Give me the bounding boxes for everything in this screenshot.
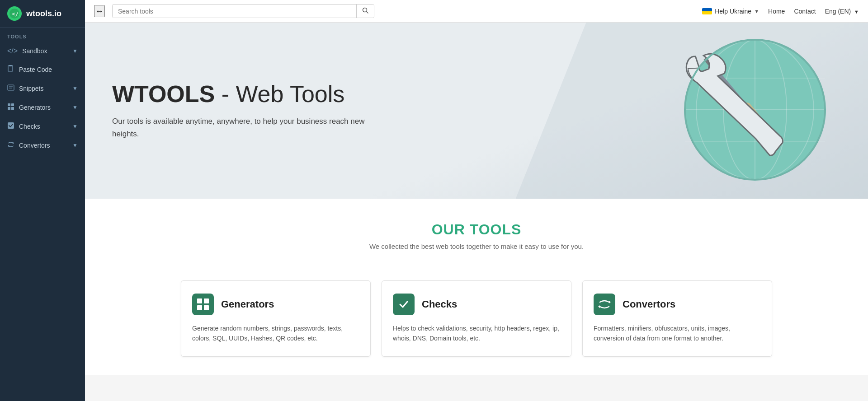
- contact-link[interactable]: Contact: [794, 8, 816, 15]
- sidebar-item-label: Sandbox: [22, 47, 47, 55]
- chevron-down-icon: ▼: [72, 104, 78, 111]
- svg-rect-27: [197, 298, 202, 303]
- svg-marker-32: [609, 301, 611, 303]
- sidebar-item-label: Checks: [19, 123, 40, 130]
- generators-card[interactable]: Generators Generate random numbers, stri…: [181, 280, 371, 357]
- search-form: [112, 4, 374, 18]
- convertors-card-desc: Formatters, minifiers, obfuscators, unit…: [594, 323, 761, 344]
- chevron-down-icon: ▼: [72, 48, 78, 54]
- convertors-icon: [7, 141, 14, 150]
- language-selector[interactable]: Eng (EN) ▼: [825, 8, 859, 15]
- svg-rect-28: [204, 298, 209, 303]
- navbar: ↔ Help Ukraine ▼ Home Contact: [85, 0, 868, 23]
- search-icon: [362, 7, 368, 14]
- our-tools-title: OUR TOOLS: [103, 221, 850, 238]
- search-button[interactable]: [356, 5, 374, 18]
- hero-title-rest: - Web Tools: [215, 81, 344, 107]
- sidebar-item-label: Generators: [19, 104, 51, 111]
- generators-card-desc: Generate random numbers, strings, passwo…: [192, 323, 359, 344]
- paste-icon: [7, 65, 14, 74]
- svg-rect-4: [8, 85, 14, 90]
- code-icon: </>: [7, 47, 18, 55]
- svg-rect-7: [8, 103, 10, 106]
- sidebar-item-checks[interactable]: Checks ▼: [0, 117, 85, 136]
- logo-icon: </>: [7, 6, 22, 21]
- hero-description: Our tools is available anytime, anywhere…: [112, 115, 365, 140]
- sidebar-section-label: TOOLS: [0, 28, 85, 42]
- svg-rect-29: [197, 305, 202, 310]
- convertors-card-header: Convertors: [594, 294, 761, 315]
- convertors-card[interactable]: Convertors Formatters, minifiers, obfusc…: [582, 280, 772, 357]
- sidebar: </> wtools.io TOOLS </> Sandbox ▼ Paste …: [0, 0, 85, 401]
- sidebar-item-label: Convertors: [19, 142, 50, 149]
- svg-rect-9: [8, 107, 10, 110]
- our-tools-section: OUR TOOLS We collected the best web tool…: [85, 199, 868, 375]
- checks-card-desc: Helps to check validations, security, ht…: [393, 323, 560, 344]
- sidebar-item-convertors[interactable]: Convertors ▼: [0, 136, 85, 155]
- convertors-card-name: Convertors: [623, 298, 675, 310]
- chevron-down-icon: ▼: [72, 123, 78, 130]
- convertors-card-icon: [594, 294, 615, 315]
- help-ukraine-label: Help Ukraine: [715, 8, 751, 15]
- snippets-icon: [7, 84, 14, 93]
- hero-diagonal-decoration: [516, 23, 868, 199]
- home-link[interactable]: Home: [768, 8, 785, 15]
- hero-title: WTOOLS - Web Tools: [112, 81, 365, 107]
- our-tools-subtitle: We collected the best web tools together…: [103, 242, 850, 250]
- help-chevron-icon: ▼: [754, 9, 759, 14]
- sidebar-item-sandbox[interactable]: </> Sandbox ▼: [0, 42, 85, 60]
- checks-icon: [7, 122, 14, 131]
- tools-cards: Generators Generate random numbers, stri…: [103, 280, 850, 357]
- sidebar-item-label: Paste Code: [19, 66, 52, 73]
- main-content: ↔ Help Ukraine ▼ Home Contact: [85, 0, 868, 401]
- svg-rect-10: [11, 107, 14, 110]
- search-input[interactable]: [113, 5, 356, 18]
- hero-section: WTOOLS - Web Tools Our tools is availabl…: [85, 23, 868, 199]
- back-button[interactable]: ↔: [94, 5, 105, 17]
- hero-text: WTOOLS - Web Tools Our tools is availabl…: [112, 81, 365, 140]
- svg-rect-3: [9, 65, 12, 66]
- sidebar-item-snippets[interactable]: Snippets ▼: [0, 79, 85, 98]
- checks-card-header: Checks: [393, 294, 560, 315]
- checks-card-name: Checks: [422, 298, 457, 310]
- hero-title-bold: WTOOLS: [112, 81, 215, 107]
- svg-rect-8: [11, 103, 14, 106]
- checks-card-icon: [393, 294, 415, 315]
- svg-text:</>: </>: [12, 10, 19, 17]
- our-tools-divider: [178, 264, 775, 264]
- sidebar-item-label: Snippets: [19, 85, 43, 92]
- generators-card-header: Generators: [192, 294, 359, 315]
- lang-chevron-icon: ▼: [854, 9, 859, 14]
- navbar-right: Help Ukraine ▼ Home Contact Eng (EN) ▼: [702, 8, 859, 15]
- generators-icon: [7, 103, 14, 112]
- sidebar-item-paste-code[interactable]: Paste Code: [0, 60, 85, 79]
- sidebar-item-generators[interactable]: Generators ▼: [0, 98, 85, 117]
- svg-marker-33: [598, 305, 600, 308]
- ukraine-flag-icon: [702, 8, 712, 14]
- help-ukraine-link[interactable]: Help Ukraine ▼: [702, 8, 759, 15]
- svg-line-15: [367, 12, 368, 14]
- svg-rect-30: [204, 305, 209, 310]
- generators-card-icon: [192, 294, 214, 315]
- checks-card[interactable]: Checks Helps to check validations, secur…: [382, 280, 571, 357]
- chevron-down-icon: ▼: [72, 85, 78, 92]
- site-logo[interactable]: </> wtools.io: [0, 0, 85, 28]
- chevron-down-icon: ▼: [72, 142, 78, 149]
- generators-card-name: Generators: [221, 298, 274, 310]
- logo-text: wtools.io: [26, 9, 61, 19]
